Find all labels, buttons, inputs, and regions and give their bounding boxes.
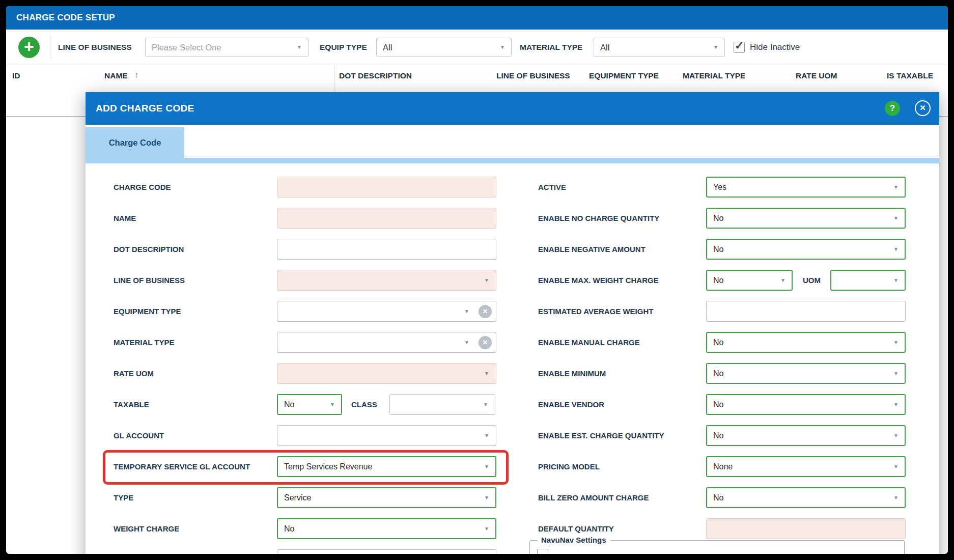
chevron-down-icon: ▼ (483, 395, 488, 414)
name-label: NAME (114, 208, 136, 229)
clear-icon[interactable]: ✕ (479, 336, 492, 349)
bill-zero-amount-charge-dropdown[interactable]: No ▼ (706, 487, 906, 508)
column-header-rate-uom[interactable]: RATE UOM (796, 71, 837, 80)
chevron-down-icon: ▼ (893, 271, 899, 290)
column-header-dot-description[interactable]: DOT DESCRIPTION (339, 71, 412, 80)
temporary-service-gl-account-value: Temp Services Revenue (284, 457, 372, 476)
close-button[interactable]: ✕ (915, 100, 931, 116)
line-of-business-filter-dropdown[interactable]: Please Select One ▼ (145, 38, 308, 57)
help-button[interactable]: ? (885, 101, 900, 116)
class-dropdown[interactable]: ▼ (389, 394, 495, 415)
enable-minimum-dropdown[interactable]: No ▼ (706, 363, 906, 384)
enable-minimum-label: ENABLE MINIMUM (538, 363, 606, 384)
modal-title: ADD CHARGE CODE (96, 92, 194, 125)
chevron-down-icon: ▼ (893, 209, 899, 228)
enable-max-weight-charge-dropdown[interactable]: No ▼ (706, 270, 793, 291)
gl-account-dropdown[interactable]: ▼ (277, 425, 496, 446)
chevron-down-icon: ▼ (464, 332, 469, 352)
page-title: CHARGE CODE SETUP (16, 13, 115, 22)
chevron-down-icon: ▼ (484, 363, 489, 383)
enable-minimum-value: No (713, 364, 723, 383)
enable-est-charge-quantity-value: No (713, 426, 723, 445)
line-of-business-filter-label: LINE OF BUSINESS (58, 30, 132, 65)
line-of-business-label: LINE OF BUSINESS (114, 270, 185, 291)
equip-type-filter-dropdown[interactable]: All ▼ (376, 38, 512, 57)
column-header-equipment-type[interactable]: EQUIPMENT TYPE (589, 71, 659, 80)
chevron-down-icon: ▼ (484, 457, 489, 476)
chevron-down-icon: ▼ (893, 178, 899, 197)
material-type-filter-label: MATERIAL TYPE (520, 30, 582, 65)
dot-description-input[interactable] (277, 239, 496, 260)
bill-zero-amount-charge-value: No (713, 488, 723, 507)
weight-charge-dropdown[interactable]: No ▼ (277, 518, 496, 539)
default-quantity-input[interactable] (706, 518, 906, 539)
navunav-checkbox[interactable] (537, 549, 548, 554)
equipment-type-label: EQUIPMENT TYPE (114, 301, 181, 322)
check-icon: ✓ (735, 39, 744, 52)
enable-vendor-label: ENABLE VENDOR (538, 394, 604, 415)
equip-type-filter-label: EQUIP TYPE (320, 30, 367, 65)
enable-vendor-value: No (713, 395, 723, 414)
taxable-dropdown[interactable]: No ▼ (277, 394, 342, 415)
material-type-dropdown[interactable]: ▼ ✕ (277, 332, 496, 353)
pricing-model-dropdown[interactable]: None ▼ (706, 456, 906, 477)
material-type-filter-dropdown[interactable]: All ▼ (594, 38, 725, 57)
chevron-down-icon: ▼ (893, 364, 899, 383)
temporary-service-gl-account-dropdown[interactable]: Temp Services Revenue ▼ (277, 456, 496, 477)
tab-charge-code[interactable]: Charge Code (86, 127, 184, 158)
column-header-name[interactable]: NAME (104, 71, 128, 80)
charge-code-setup-page: CHARGE CODE SETUP + LINE OF BUSINESS Ple… (6, 6, 948, 554)
charge-code-input[interactable] (277, 177, 496, 198)
close-icon: ✕ (919, 103, 926, 112)
line-of-business-filter-value: Please Select One (152, 38, 221, 57)
enable-manual-charge-label: ENABLE MANUAL CHARGE (538, 332, 640, 353)
bill-zero-amount-charge-label: BILL ZERO AMOUNT CHARGE (538, 487, 649, 508)
enable-no-charge-quantity-dropdown[interactable]: No ▼ (706, 208, 906, 229)
column-header-id[interactable]: ID (12, 71, 20, 80)
hide-inactive-checkbox[interactable]: ✓ (734, 42, 745, 53)
enable-vendor-dropdown[interactable]: No ▼ (706, 394, 906, 415)
enable-est-charge-quantity-dropdown[interactable]: No ▼ (706, 425, 906, 446)
sort-ascending-icon: ↑ (134, 70, 139, 80)
add-charge-code-modal: ADD CHARGE CODE ? ✕ Charge Code CHARGE C… (86, 92, 939, 554)
rate-uom-label: RATE UOM (114, 363, 154, 384)
enable-no-charge-quantity-value: No (713, 209, 723, 228)
plus-icon: + (18, 37, 40, 56)
estimated-average-weight-label: ESTIMATED AVERAGE WEIGHT (538, 301, 653, 322)
chevron-down-icon: ▼ (893, 395, 899, 414)
enable-est-charge-quantity-label: ENABLE EST. CHARGE QUANTITY (538, 425, 664, 446)
line-of-business-dropdown[interactable]: ▼ (277, 270, 496, 291)
column-header-material-type[interactable]: MATERIAL TYPE (683, 71, 745, 80)
add-charge-code-button[interactable]: + (18, 37, 40, 58)
toolbar: + LINE OF BUSINESS Please Select One ▼ E… (6, 30, 948, 65)
enable-max-weight-charge-label: ENABLE MAX. WEIGHT CHARGE (538, 270, 659, 291)
chevron-down-icon: ▼ (330, 395, 335, 414)
active-label: ACTIVE (538, 177, 566, 198)
uom-dropdown[interactable]: ▼ (830, 270, 906, 291)
dot-description-label: DOT DESCRIPTION (114, 239, 184, 260)
enable-max-weight-charge-value: No (713, 271, 723, 290)
type-dropdown[interactable]: Service ▼ (277, 487, 496, 508)
clear-icon[interactable]: ✕ (479, 305, 492, 318)
estimated-average-weight-input[interactable] (706, 301, 906, 322)
chevron-down-icon: ▼ (297, 38, 302, 57)
active-dropdown[interactable]: Yes ▼ (706, 177, 906, 198)
material-type-filter-value: All (600, 38, 609, 57)
enable-manual-charge-dropdown[interactable]: No ▼ (706, 332, 906, 353)
navunav-settings-group: NavuNav Settings (529, 540, 905, 554)
chevron-down-icon: ▼ (500, 38, 505, 57)
column-header-is-taxable[interactable]: IS TAXABLE (887, 71, 933, 80)
taxable-value: No (284, 395, 294, 414)
rate-uom-dropdown[interactable]: ▼ (277, 363, 496, 384)
hide-inactive-label: Hide Inactive (750, 30, 800, 65)
chevron-down-icon: ▼ (484, 426, 489, 445)
page-title-bar: CHARGE CODE SETUP (6, 6, 948, 30)
tab-strip (86, 158, 939, 163)
enable-negative-amount-dropdown[interactable]: No ▼ (706, 239, 906, 260)
chevron-down-icon: ▼ (484, 488, 489, 507)
name-input[interactable] (277, 208, 496, 229)
partial-field[interactable] (277, 549, 496, 554)
chevron-down-icon: ▼ (893, 240, 899, 259)
equipment-type-dropdown[interactable]: ▼ ✕ (277, 301, 496, 322)
column-header-line-of-business[interactable]: LINE OF BUSINESS (496, 71, 570, 80)
